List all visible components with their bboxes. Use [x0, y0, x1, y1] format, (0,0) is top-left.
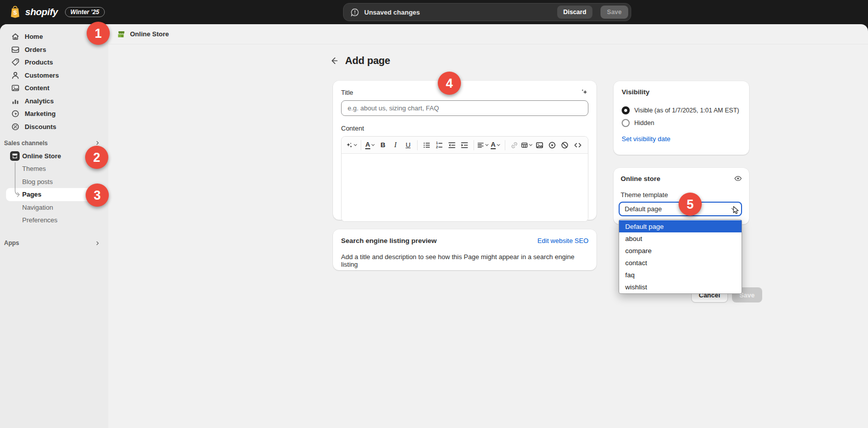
apps-label: Apps [4, 239, 19, 247]
sidebar-item-discounts[interactable]: Discounts [0, 120, 108, 134]
video-icon[interactable] [546, 139, 558, 151]
alert-bubble-icon [351, 8, 359, 17]
sidebar-item-marketing[interactable]: Marketing [0, 107, 108, 120]
chevron-right-icon [95, 140, 100, 146]
ai-sparkle-icon[interactable] [346, 139, 358, 151]
image-icon[interactable] [533, 139, 546, 151]
unsaved-changes-bar: Unsaved changes Discard Save [343, 3, 631, 21]
discard-button[interactable]: Discard [557, 6, 592, 19]
chevron-down-icon [485, 143, 489, 147]
table-icon[interactable] [521, 139, 533, 151]
radio-selected-icon [622, 106, 630, 114]
sidebar-item-preferences[interactable]: Preferences [0, 214, 108, 227]
seo-card: Search engine listing preview Edit websi… [333, 229, 596, 270]
clear-format-icon[interactable] [559, 139, 571, 151]
italic-icon[interactable]: I [389, 139, 402, 151]
content-header-title: Online Store [130, 30, 169, 38]
template-option-wishlist[interactable]: wishlist [619, 281, 742, 293]
theme-template-dropdown: Default pageaboutcomparecontactfaqwishli… [619, 219, 742, 294]
svg-text:S: S [13, 10, 17, 16]
text-style-icon[interactable]: A [364, 139, 376, 151]
toolbar-divider [417, 140, 418, 150]
rich-text-editor: ABIU12A [341, 136, 588, 222]
code-icon[interactable] [572, 139, 584, 151]
sidebar: HomeOrdersProductsCustomersContentAnalyt… [0, 24, 108, 428]
chevron-down-icon [353, 143, 358, 147]
text-color-icon[interactable]: A [490, 139, 502, 151]
underline-icon[interactable]: U [402, 139, 414, 151]
content-icon [11, 84, 20, 92]
visibility-radio-hidden[interactable]: Hidden [622, 119, 741, 127]
set-visibility-date-link[interactable]: Set visibility date [622, 135, 671, 143]
seo-description: Add a title and description to see how t… [341, 253, 588, 268]
template-option-about[interactable]: about [619, 232, 742, 244]
home-icon [11, 32, 20, 41]
align-icon[interactable] [477, 139, 489, 151]
orders-icon [11, 45, 20, 54]
numbered-list-icon[interactable]: 12 [433, 139, 445, 151]
sidebar-item-orders[interactable]: Orders [0, 43, 108, 56]
template-option-faq[interactable]: faq [619, 269, 742, 281]
ai-sparkle-icon[interactable] [580, 88, 588, 96]
svg-text:1: 1 [436, 141, 438, 145]
bold-icon[interactable]: B [377, 139, 389, 151]
analytics-icon [11, 97, 20, 105]
products-icon [11, 58, 20, 67]
edit-website-seo-link[interactable]: Edit website SEO [538, 237, 588, 244]
visibility-options: Visible (as of 1/7/2025, 1:01 AM EST)Hid… [622, 106, 741, 127]
svg-text:2: 2 [436, 145, 438, 148]
visibility-card: Visibility Visible (as of 1/7/2025, 1:01… [614, 81, 749, 155]
version-badge: Winter ’25 [65, 7, 105, 17]
shopify-bag-icon: S [9, 6, 21, 19]
annotation-badge-3: 3 [86, 184, 109, 207]
sidebar-item-content[interactable]: Content [0, 82, 108, 95]
title-field-label: Title [341, 89, 353, 96]
chevron-down-icon [496, 143, 501, 147]
online-store-heading: Online store [621, 175, 660, 182]
sidebar-item-products[interactable]: Products [0, 56, 108, 69]
workspace: HomeOrdersProductsCustomersContentAnalyt… [0, 24, 868, 428]
theme-template-value: Default page [625, 205, 662, 213]
shopify-logo[interactable]: S shopify Winter ’25 [0, 6, 105, 19]
editor-toolbar: ABIU12A [342, 137, 588, 154]
eye-icon[interactable] [734, 174, 742, 182]
chevron-down-icon [528, 143, 533, 147]
annotation-badge-2: 2 [85, 146, 108, 169]
template-option-compare[interactable]: compare [619, 244, 742, 257]
toolbar-divider [361, 140, 361, 150]
title-content-card: Title Content ABIU12A [333, 81, 596, 220]
content-header: Online Store [108, 24, 868, 44]
marketing-icon [11, 109, 20, 118]
topbar-save-button[interactable]: Save [600, 6, 628, 19]
seo-heading: Search engine listing preview [341, 237, 437, 244]
discounts-icon [11, 123, 20, 131]
editor-body[interactable] [342, 154, 588, 222]
toolbar-divider [474, 140, 474, 150]
outdent-icon[interactable] [446, 139, 458, 151]
apps-header[interactable]: Apps [0, 237, 108, 250]
chevron-down-icon [730, 206, 736, 212]
template-option-default-page[interactable]: Default page [619, 220, 742, 232]
visibility-radio-visible[interactable]: Visible (as of 1/7/2025, 1:01 AM EST) [622, 106, 741, 114]
back-arrow-icon[interactable] [329, 56, 339, 66]
storefront-icon [10, 151, 20, 161]
template-option-contact[interactable]: contact [619, 257, 742, 269]
toolbar-divider [505, 140, 505, 150]
customers-icon [11, 71, 20, 80]
sidebar-item-analytics[interactable]: Analytics [0, 95, 108, 108]
indent-icon[interactable] [458, 139, 471, 151]
chevron-right-icon [95, 240, 100, 246]
annotation-badge-1: 1 [87, 22, 110, 45]
sidebar-item-customers[interactable]: Customers [0, 69, 108, 82]
link-icon[interactable] [508, 139, 520, 151]
bullet-list-icon[interactable] [421, 139, 433, 151]
radio-unselected-icon [622, 119, 630, 127]
page-title: Add page [345, 55, 390, 67]
title-input[interactable] [341, 100, 588, 116]
sales-channels-label: Sales channels [4, 140, 48, 147]
content-field-label: Content [341, 125, 588, 132]
online-store-green-icon [116, 30, 125, 39]
unsaved-changes-label: Unsaved changes [364, 9, 552, 16]
topbar: S shopify Winter ’25 Unsaved changes Dis… [0, 0, 868, 24]
annotation-badge-5: 5 [679, 193, 702, 216]
